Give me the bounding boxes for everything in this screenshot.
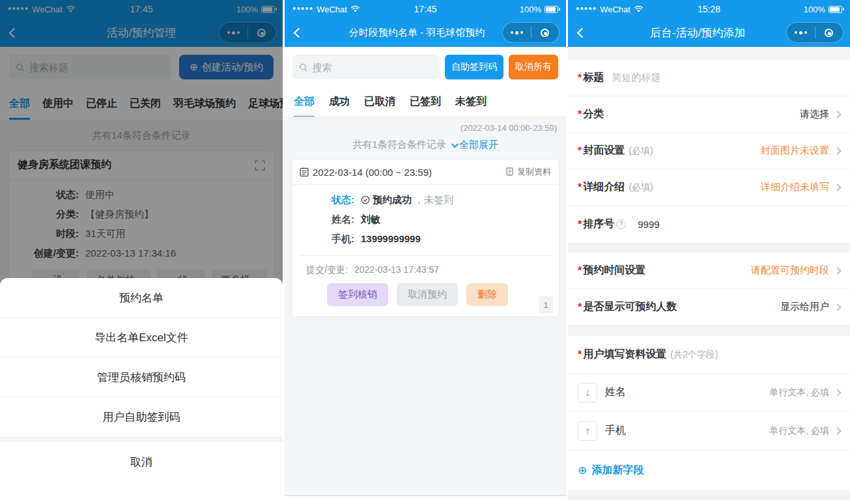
cancel-all-button[interactable]: 取消所有 bbox=[509, 55, 558, 79]
date-range-text: (2022-03-14 00:00-23:59) bbox=[285, 117, 566, 133]
calendar-icon bbox=[300, 167, 309, 177]
help-icon[interactable]: ? bbox=[616, 219, 626, 229]
tab-not-checked-in[interactable]: 未签到 bbox=[455, 87, 487, 117]
arrow-down-icon: ↓ bbox=[585, 387, 590, 399]
status-time: 17:45 bbox=[414, 4, 436, 14]
form-nav-bar: 后台-活动/预约添加 bbox=[568, 18, 850, 47]
title-placeholder[interactable]: 简短的标题 bbox=[612, 72, 660, 84]
list-nav-bar: 分时段预约名单 - 羽毛球馆预约 bbox=[285, 18, 566, 47]
cancel-reservation-button[interactable]: 取消预约 bbox=[397, 283, 458, 306]
capsule-home-icon[interactable] bbox=[815, 29, 843, 37]
delete-button[interactable]: 删除 bbox=[466, 283, 508, 306]
section-gap bbox=[568, 244, 850, 253]
arrow-up-icon: ↑ bbox=[585, 425, 590, 437]
page-title: 后台-活动/预约添加 bbox=[650, 25, 745, 40]
chevron-right-icon bbox=[834, 267, 841, 274]
expand-all-link[interactable]: 全部展开 bbox=[451, 139, 498, 151]
carrier-label: WeChat bbox=[600, 5, 630, 14]
form-row-title[interactable]: *标题 简短的标题 bbox=[568, 60, 850, 96]
reservation-record-card: 2022-03-14 (00:00 ~ 23:59) 复制资料 状态: 预约成功… bbox=[291, 159, 560, 317]
form-row-field-phone[interactable]: ↑ 手机 单行文本, 必填 bbox=[568, 412, 850, 451]
more-icon[interactable] bbox=[787, 31, 815, 35]
battery-icon bbox=[829, 6, 842, 13]
chevron-right-icon bbox=[834, 184, 841, 191]
sheet-item-export-excel[interactable]: 导出名单Excel文件 bbox=[0, 318, 283, 357]
tab-success[interactable]: 成功 bbox=[329, 87, 350, 117]
search-input[interactable] bbox=[313, 62, 434, 73]
wechat-capsule[interactable] bbox=[502, 22, 560, 43]
result-count-text: 共有1条符合条件记录 bbox=[352, 139, 446, 151]
section-gap bbox=[568, 491, 850, 500]
page-title: 分时段预约名单 - 羽毛球馆预约 bbox=[349, 27, 485, 39]
chevron-right-icon bbox=[834, 111, 841, 118]
chevron-right-icon bbox=[834, 147, 841, 154]
sheet-item-admin-verify-code[interactable]: 管理员核销预约码 bbox=[0, 357, 283, 397]
section-gap bbox=[568, 326, 850, 336]
copy-icon bbox=[506, 167, 515, 176]
chevron-down-icon bbox=[451, 140, 458, 147]
tab-cancelled[interactable]: 已取消 bbox=[364, 87, 395, 117]
form-row-category[interactable]: *分类 请选择 bbox=[568, 96, 850, 133]
section-gap bbox=[568, 47, 850, 60]
sort-value[interactable]: 9999 bbox=[638, 219, 659, 230]
action-sheet: 预约名单 导出名单Excel文件 管理员核销预约码 用户自助签到码 取消 bbox=[0, 278, 283, 482]
chevron-right-icon bbox=[834, 427, 841, 434]
form-row-sort[interactable]: *排序号? 9999 bbox=[568, 206, 850, 244]
add-new-field-button[interactable]: ⊕ 添加新字段 bbox=[578, 464, 644, 477]
chevron-right-icon bbox=[834, 303, 841, 311]
form-status-bar: ●●●●● WeChat 15:28 100% bbox=[568, 0, 850, 18]
search-icon bbox=[299, 63, 308, 72]
screen-activity-add-form: ●●●●● WeChat 15:28 100% 后台-活动/预约添加 bbox=[568, 0, 850, 504]
sheet-cancel-button[interactable]: 取消 bbox=[0, 442, 283, 482]
copy-data-button[interactable]: 复制资料 bbox=[506, 166, 551, 178]
form-row-cover[interactable]: *封面设置(必填) 封面图片未设置 bbox=[568, 133, 850, 169]
form-row-detail[interactable]: *详细介绍(必填) 详细介绍未填写 bbox=[568, 169, 850, 206]
tab-all[interactable]: 全部 bbox=[294, 87, 315, 117]
screen-activity-manage: ●●●●● WeChat 17:45 100% 活动/预约管理 bbox=[0, 0, 283, 482]
form-row-field-name[interactable]: ↓ 姓名 单行文本, 必填 bbox=[568, 374, 850, 412]
more-icon[interactable] bbox=[503, 31, 531, 35]
sheet-divider bbox=[0, 437, 283, 442]
back-icon[interactable] bbox=[577, 27, 588, 38]
wechat-capsule[interactable] bbox=[786, 22, 843, 43]
list-status-bar: ●●●●● WeChat 17:45 100% bbox=[285, 0, 566, 18]
battery-icon bbox=[545, 6, 558, 13]
carrier-label: WeChat bbox=[317, 5, 347, 14]
record-row-status: 状态: 预约成功 ，未签到 bbox=[298, 190, 552, 210]
screen-reservation-list: ●●●●● WeChat 17:45 100% 分时段预约名单 - 羽毛球馆预约 bbox=[285, 0, 566, 496]
move-up-button[interactable]: ↑ bbox=[578, 421, 597, 441]
screenshot-canvas: ●●●●● WeChat 17:45 100% 活动/预约管理 bbox=[0, 0, 850, 504]
capsule-home-icon[interactable] bbox=[531, 29, 560, 37]
self-checkin-code-button[interactable]: 自助签到码 bbox=[445, 55, 503, 79]
list-header: ●●●●● WeChat 17:45 100% 分时段预约名单 - 羽毛球馆预约 bbox=[285, 0, 566, 47]
list-search-row: 自助签到码 取消所有 bbox=[285, 47, 566, 87]
form-header: ●●●●● WeChat 15:28 100% 后台-活动/预约添加 bbox=[568, 0, 850, 47]
record-row-name: 姓名:刘敏 bbox=[298, 210, 552, 229]
sheet-item-reservation-list[interactable]: 预约名单 bbox=[0, 278, 283, 318]
form-row-time-setting[interactable]: *预约时间设置 请配置可预约时段 bbox=[568, 253, 850, 289]
form-row-add-field[interactable]: ⊕ 添加新字段 bbox=[568, 451, 850, 491]
status-time: 15:28 bbox=[698, 4, 720, 14]
signal-dots-icon: ●●●●● bbox=[576, 5, 597, 12]
record-row-phone: 手机:13999999999 bbox=[298, 229, 552, 249]
form-row-show-count[interactable]: *是否显示可预约人数 显示给用户 bbox=[568, 289, 850, 326]
status-value: 预约成功 bbox=[373, 190, 412, 210]
checkin-verify-button[interactable]: 签到核销 bbox=[327, 283, 388, 306]
move-down-button[interactable]: ↓ bbox=[578, 383, 597, 402]
battery-percent: 100% bbox=[804, 5, 825, 14]
tab-checked-in[interactable]: 已签到 bbox=[410, 87, 441, 117]
form-row-user-fields-header: *用户填写资料设置(共2个字段) bbox=[568, 336, 850, 374]
wifi-icon bbox=[634, 5, 644, 13]
record-row-submitted: 提交/变更: 2022-03-13 17:43:57 bbox=[292, 256, 559, 279]
wifi-icon bbox=[350, 5, 360, 13]
list-tab-bar: 全部 成功 已取消 已签到 未签到 bbox=[285, 87, 566, 117]
back-icon[interactable] bbox=[294, 27, 304, 38]
status-extra: ，未签到 bbox=[414, 190, 453, 210]
chevron-right-icon bbox=[834, 389, 841, 396]
record-date-text: 2022-03-14 (00:00 ~ 23:59) bbox=[313, 167, 432, 178]
success-icon bbox=[361, 195, 370, 204]
pagination-badge[interactable]: 1 bbox=[539, 296, 553, 313]
battery-percent: 100% bbox=[520, 5, 541, 14]
sheet-item-self-checkin-code[interactable]: 用户自助签到码 bbox=[0, 397, 283, 437]
search-field[interactable] bbox=[292, 55, 440, 79]
